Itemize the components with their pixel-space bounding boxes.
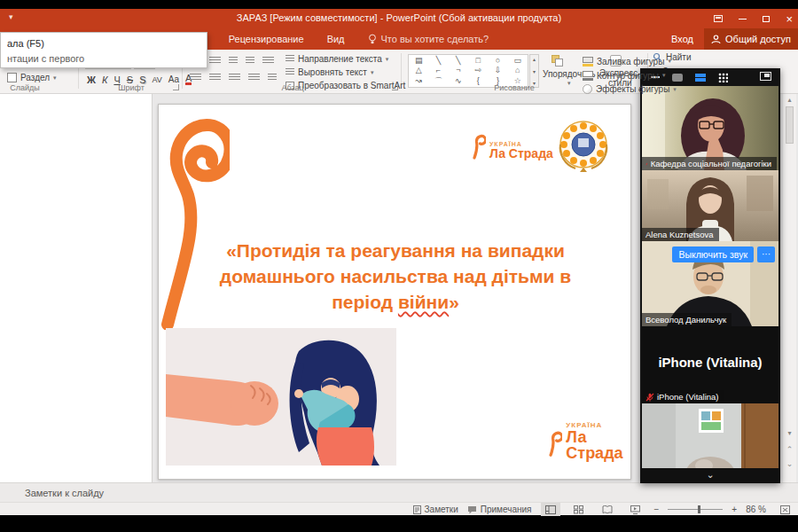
shape-textbox-icon[interactable]: ▤ (409, 55, 428, 65)
align-center-button[interactable] (209, 74, 221, 82)
paragraph-dialog-launcher[interactable] (392, 84, 398, 90)
la-strada-name-label: Ла Страда (566, 429, 630, 461)
scroll-down-icon[interactable]: ▾ (533, 68, 536, 74)
shape-freeform-icon[interactable]: ↝ (409, 74, 428, 87)
caret-down-icon: ▾ (662, 72, 666, 79)
shape-arrow-line-icon[interactable]: ╲ (449, 55, 468, 65)
participant-video-3[interactable]: Выключить звук ··· Всеволод Данильчук (642, 241, 778, 326)
scroll-down-arrow-icon[interactable]: ▾ (783, 429, 796, 437)
mute-participant-button[interactable]: Выключить звук (672, 246, 754, 262)
window-title: ЗАРАЗ [Режим совместимости] - PowerPoint… (0, 12, 798, 23)
shape-arrow-down-icon[interactable]: ⇩ (488, 65, 507, 74)
participant-more-options-button[interactable]: ··· (757, 246, 775, 262)
scrollbar-thumb[interactable] (786, 106, 794, 144)
tooltip-description: нтации с первого (7, 53, 84, 64)
shape-rectangle-icon[interactable]: □ (468, 55, 488, 65)
zoom-level[interactable]: 86 % (746, 505, 766, 514)
shape-line-icon[interactable]: ╲ (428, 55, 448, 65)
scroll-up-arrow-icon[interactable]: ▴ (783, 96, 796, 104)
slide-title[interactable]: «Протидія та реагування на випадки домаш… (185, 238, 606, 315)
align-text-label: Выровнять текст (298, 67, 367, 77)
zoom-slider-thumb[interactable] (698, 505, 700, 513)
change-case-button[interactable]: Aa (168, 74, 179, 84)
notes-panel[interactable]: Заметки к слайду (0, 482, 798, 502)
mic-muted-icon (645, 160, 648, 168)
participant-5-video-feed (642, 403, 778, 468)
slideshow-view-button[interactable] (626, 503, 645, 516)
tab-view[interactable]: Вид (316, 28, 356, 50)
speaker-view-icon[interactable] (672, 74, 683, 82)
numbering-button[interactable] (209, 57, 221, 65)
la-strada-logo-top: УКРАЇНА Ла Страда (471, 133, 553, 160)
share-button[interactable]: Общий доступ (704, 28, 798, 50)
reading-view-button[interactable] (598, 503, 617, 516)
shape-arrow-right-icon[interactable]: ⇨ (468, 65, 488, 74)
section-button[interactable]: Раздел ▾ (7, 73, 57, 82)
grid-view-icon[interactable] (718, 73, 728, 82)
participant-name-label: Alena Kuznetsova (642, 228, 719, 241)
normal-view-button[interactable] (541, 503, 560, 516)
shape-oval-icon[interactable]: ○ (488, 55, 507, 65)
shape-fill-button[interactable]: Заливка фигуры ▾ (583, 56, 671, 66)
align-text-button[interactable]: Выровнять текст ▾ (286, 67, 373, 77)
participant-video-4[interactable]: iPhone (Vitalina) iPhone (Vitalina) (642, 326, 778, 403)
text-direction-button[interactable]: Направление текста ▾ (286, 54, 388, 64)
zoom-in-button[interactable]: + (732, 505, 737, 514)
shape-elbow2-icon[interactable]: ¬ (449, 65, 468, 74)
restore-window-icon[interactable] (763, 16, 770, 22)
shape-elbow-icon[interactable]: ⌐ (428, 65, 448, 74)
font-dialog-launcher[interactable] (173, 84, 179, 90)
close-window-icon[interactable]: × (786, 13, 793, 25)
minimize-window-icon[interactable] (739, 19, 747, 20)
shape-curve-icon[interactable]: ∿ (449, 74, 468, 87)
ribbon-group-label-drawing: Рисование (479, 83, 550, 92)
shape-arc-icon[interactable]: ⌒ (428, 74, 448, 87)
tell-me-box[interactable]: Что вы хотите сделать? (356, 34, 501, 44)
shape-outline-button[interactable]: Контур фигуры ▾ (583, 70, 665, 81)
tooltip-title: ала (F5) (7, 38, 44, 49)
justify-button[interactable] (248, 74, 260, 82)
next-slide-button[interactable]: ⌄ (783, 459, 796, 468)
participant-video-5[interactable] (642, 403, 778, 468)
shape-callout-icon[interactable]: ⌂ (508, 65, 528, 74)
slide[interactable]: УКРАЇНА Ла Страда (158, 104, 631, 480)
caret-down-icon: ▾ (567, 80, 571, 87)
window-controls: × (714, 9, 793, 28)
tab-review[interactable]: Рецензирование (217, 28, 316, 50)
zoom-slider[interactable] (668, 509, 723, 510)
section-icon (7, 73, 17, 82)
collapse-panel-bar[interactable]: ⌄ (640, 468, 780, 483)
sign-in-button[interactable]: Вход (671, 28, 693, 50)
shape-triangle-icon[interactable]: △ (409, 65, 428, 74)
participant-video-2[interactable]: Alena Kuznetsova (642, 170, 778, 241)
fit-slide-to-window-button[interactable] (775, 503, 794, 516)
caret-down-icon: ▾ (668, 58, 671, 65)
zoom-out-button[interactable]: − (654, 505, 660, 514)
popout-view-icon[interactable] (760, 72, 771, 81)
tooltip-popup: ала (F5) нтации с первого (0, 32, 207, 68)
increase-indent-button[interactable] (246, 57, 254, 65)
chevron-down-icon[interactable]: ⌄ (706, 469, 714, 480)
slide-thumbnails-panel[interactable] (0, 94, 153, 482)
ribbon-display-options-icon[interactable] (714, 15, 723, 22)
participant-name-label: iPhone (Vitalina) (642, 390, 724, 403)
shape-effects-button[interactable]: Эффекты фигуры ▾ (583, 84, 677, 94)
gallery-view-icon[interactable] (695, 74, 706, 82)
previous-slide-button[interactable]: ⌃ (783, 445, 796, 454)
align-left-button[interactable] (190, 74, 201, 82)
columns-button[interactable] (268, 74, 277, 82)
participant-video-1[interactable]: Кафедра соціальної педагогіки (642, 86, 778, 170)
participant-name: Кафедра соціальної педагогіки (651, 159, 771, 168)
shape-rounded-rect-icon[interactable]: ▭ (508, 55, 528, 65)
bold-button[interactable]: Ж (87, 74, 96, 85)
vertical-scrollbar[interactable]: ▴ ▾ ⌃ ⌄ (783, 94, 796, 482)
scroll-up-icon[interactable]: ▴ (533, 56, 536, 62)
decrease-indent-button[interactable] (229, 57, 238, 65)
notes-toggle[interactable]: Заметки (413, 505, 458, 514)
comments-toggle[interactable]: Примечания (467, 505, 532, 514)
line-spacing-button[interactable] (262, 57, 274, 65)
shape-effects-icon (583, 84, 592, 94)
character-spacing-button[interactable]: AV (152, 75, 161, 84)
slide-sorter-view-button[interactable] (569, 503, 589, 516)
align-right-button[interactable] (229, 74, 240, 82)
